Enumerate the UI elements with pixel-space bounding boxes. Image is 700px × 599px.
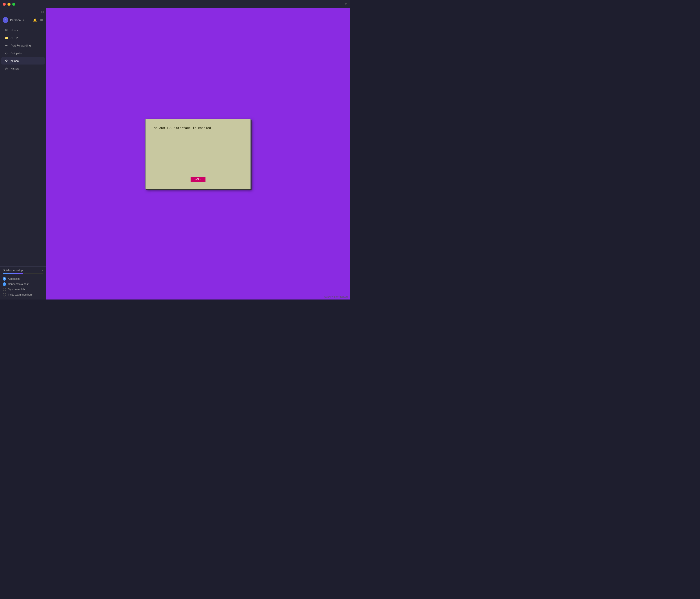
pi-local-label: pi.local: [10, 59, 19, 63]
sidebar-header-icons: 🔔 ⊞: [32, 18, 44, 22]
sidebar-header: P Personal ▾ 🔔 ⊞: [0, 15, 46, 25]
terminal-message: The ARM I2C interface is enabled: [150, 124, 246, 133]
history-icon: ◷: [4, 67, 8, 70]
sftp-label: SFTP: [10, 36, 18, 40]
invite-team-check: [3, 293, 6, 296]
avatar: P: [3, 17, 8, 23]
maximize-button[interactable]: [12, 3, 15, 6]
add-hosts-label: Add hosts: [8, 277, 20, 281]
setup-header[interactable]: Finish your setup: ▾: [3, 269, 44, 272]
setup-progress-fill: [3, 273, 23, 274]
setup-chevron-icon: ▾: [42, 269, 44, 272]
sidebar-top-controls: ⚙: [0, 8, 46, 15]
port-forwarding-label: Port Forwarding: [10, 44, 31, 47]
bottom-bar-label: CSDN 号张煌小程序App: [324, 296, 348, 298]
history-label: History: [10, 67, 19, 70]
connect-host-check: ✓: [3, 282, 6, 286]
account-name: Personal: [10, 19, 21, 22]
terminal-buttons: <Ok>: [150, 177, 246, 184]
pi-local-icon: ⚙: [4, 59, 8, 63]
invite-team-label: Invite team members: [8, 293, 32, 296]
new-connection-icon[interactable]: ⊞: [40, 18, 44, 22]
sidebar-item-hosts[interactable]: ⊞ Hosts: [1, 26, 45, 34]
minimize-button[interactable]: [7, 3, 10, 6]
setup-progress-bar: [3, 273, 44, 274]
app-body: ⚙ P Personal ▾ 🔔 ⊞ ⊞ Hosts: [0, 8, 350, 300]
sidebar-item-sftp[interactable]: 📁 SFTP: [1, 34, 45, 42]
sidebar-item-port-forwarding[interactable]: ↪ Port Forwarding: [1, 42, 45, 49]
traffic-lights: [3, 3, 15, 6]
split-view-icon[interactable]: ⧉: [345, 2, 347, 6]
setup-title: Finish your setup:: [3, 269, 23, 272]
connect-host-label: Connect to a host: [8, 283, 28, 286]
bottom-bar: CSDN 号张煌小程序App: [323, 295, 350, 300]
sidebar-item-pi-local[interactable]: ⚙ pi.local: [1, 57, 45, 65]
setup-item-invite-team[interactable]: Invite team members: [3, 292, 44, 297]
terminal-dialog: The ARM I2C interface is enabled <Ok>: [145, 119, 251, 189]
hosts-icon: ⊞: [4, 28, 8, 32]
sftp-icon: 📁: [4, 36, 8, 40]
sidebar-bottom: Finish your setup: ▾ ✓ Add hosts ✓ Conne…: [0, 266, 46, 300]
ok-button[interactable]: <Ok>: [191, 177, 205, 182]
settings-icon[interactable]: ⚙: [41, 10, 44, 14]
account-chevron: ▾: [23, 19, 24, 22]
setup-item-sync-mobile[interactable]: Sync to mobile: [3, 287, 44, 292]
sync-mobile-check: [3, 288, 6, 291]
titlebar-right-controls: ⧉: [345, 2, 347, 6]
sidebar-item-history[interactable]: ◷ History: [1, 65, 45, 72]
sidebar-item-snippets[interactable]: {} Snippets: [1, 49, 45, 57]
main-content: The ARM I2C interface is enabled <Ok> CS…: [46, 8, 350, 300]
close-button[interactable]: [3, 3, 6, 6]
sidebar-nav: ⊞ Hosts 📁 SFTP ↪ Port Forwarding {} Snip…: [0, 25, 46, 266]
snippets-icon: {}: [4, 51, 8, 55]
port-forwarding-icon: ↪: [4, 44, 8, 47]
bell-icon[interactable]: 🔔: [32, 18, 38, 22]
setup-item-connect-host[interactable]: ✓ Connect to a host: [3, 282, 44, 287]
add-hosts-check: ✓: [3, 277, 6, 281]
sync-mobile-label: Sync to mobile: [8, 288, 25, 291]
hosts-label: Hosts: [10, 28, 18, 32]
snippets-label: Snippets: [10, 52, 22, 55]
sidebar: ⚙ P Personal ▾ 🔔 ⊞ ⊞ Hosts: [0, 8, 46, 300]
titlebar: ⧉: [0, 0, 350, 8]
setup-item-add-hosts[interactable]: ✓ Add hosts: [3, 276, 44, 282]
account-selector[interactable]: P Personal ▾: [3, 17, 24, 23]
